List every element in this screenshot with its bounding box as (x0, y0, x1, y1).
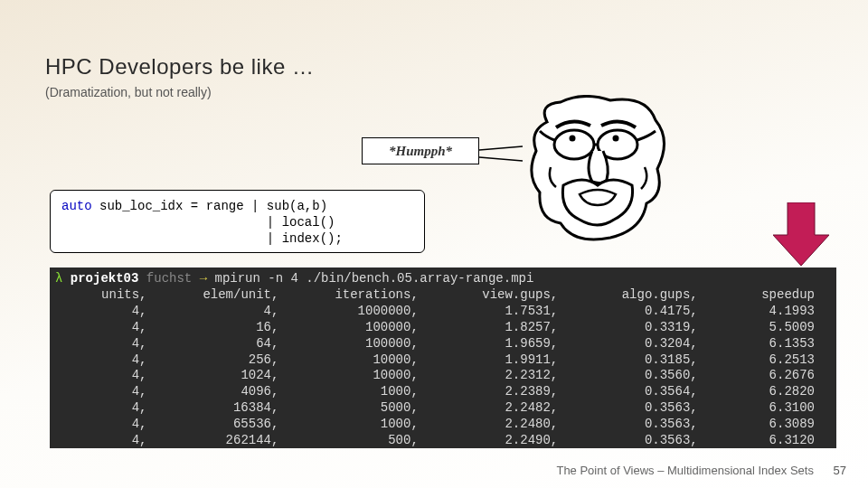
table-header-row: units,elem/unit,iterations,view.gups,alg… (55, 287, 831, 304)
table-cell: 4, (55, 400, 156, 417)
table-cell: 0.3564, (567, 384, 706, 400)
prompt-command: mpirun -n 4 ./bin/bench.05.array-range.m… (207, 271, 533, 286)
svg-point-2 (570, 136, 576, 142)
table-cell: 1024, (156, 368, 288, 384)
speech-bubble: *Humpph* (362, 137, 479, 164)
table-header-cell: view.gups, (428, 287, 567, 304)
table-cell: 1.7531, (428, 304, 567, 320)
table-row: 4,1024,10000,2.2312,0.3560,6.2676 (55, 368, 831, 384)
table-row: 4,262144,500,2.2490,0.3563,6.3120 (55, 433, 831, 448)
table-row: 4,64,100000,1.9659,0.3204,6.1353 (55, 336, 831, 352)
footer-text: The Point of Views – Multidimensional In… (556, 464, 813, 477)
table-cell: 4, (55, 433, 156, 448)
table-cell: 1.8257, (428, 320, 567, 336)
table-cell: 4.1993 (707, 304, 831, 320)
table-cell: 6.3120 (707, 433, 831, 448)
prompt-lambda: λ (55, 271, 62, 286)
table-cell: 4, (55, 352, 156, 369)
grumpy-man-cartoon-icon (520, 95, 678, 258)
table-cell: 2.2490, (428, 433, 567, 448)
table-header-cell: algo.gups, (567, 287, 706, 304)
table-header-cell: units, (55, 287, 156, 304)
page-number: 57 (834, 464, 846, 477)
table-cell: 2.2480, (428, 417, 567, 433)
table-cell: 100000, (288, 320, 427, 336)
table-cell: 16, (156, 320, 288, 336)
table-cell: 10000, (288, 352, 427, 369)
table-cell: 4, (55, 320, 156, 336)
table-cell: 4, (55, 336, 156, 352)
table-cell: 4, (55, 368, 156, 384)
speech-bubble-tail-icon (479, 145, 524, 163)
terminal-prompt-line: λ projekt03 fuchst → mpirun -n 4 ./bin/b… (55, 271, 831, 287)
table-row: 4,16384,5000,2.2482,0.3563,6.3100 (55, 400, 831, 417)
table-cell: 6.3100 (707, 400, 831, 417)
table-cell: 100000, (288, 336, 427, 352)
down-arrow-icon (773, 202, 829, 266)
table-row: 4,16,100000,1.8257,0.3319,5.5009 (55, 320, 831, 336)
table-cell: 6.2676 (707, 368, 831, 384)
slide-footer: The Point of Views – Multidimensional In… (556, 464, 846, 477)
prompt-arrow-icon: → (200, 271, 207, 286)
table-row: 4,65536,1000,2.2480,0.3563,6.3089 (55, 417, 831, 433)
table-cell: 500, (288, 433, 427, 448)
table-cell: 10000, (288, 368, 427, 384)
table-cell: 4096, (156, 384, 288, 400)
code-line-1: sub_loc_idx = range | sub(a,b) (92, 199, 327, 213)
table-header-cell: speedup (707, 287, 831, 304)
table-cell: 262144, (156, 433, 288, 448)
table-cell: 16384, (156, 400, 288, 417)
table-cell: 0.3185, (567, 352, 706, 369)
table-cell: 1.9659, (428, 336, 567, 352)
svg-point-0 (554, 130, 594, 159)
code-line-2: | local() (61, 215, 335, 230)
table-cell: 0.3563, (567, 433, 706, 448)
table-cell: 4, (55, 384, 156, 400)
prompt-dir: fuchst (146, 271, 192, 286)
table-cell: 0.3560, (567, 368, 706, 384)
table-cell: 65536, (156, 417, 288, 433)
table-cell: 4, (55, 304, 156, 320)
table-cell: 6.3089 (707, 417, 831, 433)
table-cell: 6.2513 (707, 352, 831, 369)
table-row: 4,256,10000,1.9911,0.3185,6.2513 (55, 352, 831, 369)
benchmark-table: units,elem/unit,iterations,view.gups,alg… (55, 287, 831, 448)
table-cell: 2.2389, (428, 384, 567, 400)
table-cell: 1000000, (288, 304, 427, 320)
svg-point-3 (613, 136, 619, 142)
slide-title: HPC Developers be like … (45, 54, 314, 80)
table-cell: 2.2482, (428, 400, 567, 417)
table-cell: 4, (55, 417, 156, 433)
table-cell: 1.9911, (428, 352, 567, 369)
code-line-3: | index(); (61, 231, 343, 246)
table-row: 4,4,1000000,1.7531,0.4175,4.1993 (55, 304, 831, 320)
table-cell: 5000, (288, 400, 427, 417)
table-cell: 5.5009 (707, 320, 831, 336)
table-cell: 64, (156, 336, 288, 352)
table-cell: 2.2312, (428, 368, 567, 384)
table-cell: 6.1353 (707, 336, 831, 352)
table-cell: 0.3563, (567, 417, 706, 433)
code-keyword: auto (61, 199, 92, 213)
table-cell: 0.3204, (567, 336, 706, 352)
table-header-cell: iterations, (288, 287, 427, 304)
table-cell: 4, (156, 304, 288, 320)
table-cell: 6.2820 (707, 384, 831, 400)
table-header-cell: elem/unit, (156, 287, 288, 304)
table-cell: 0.4175, (567, 304, 706, 320)
table-cell: 0.3563, (567, 400, 706, 417)
table-cell: 1000, (288, 384, 427, 400)
prompt-host: projekt03 (71, 271, 139, 286)
table-cell: 1000, (288, 417, 427, 433)
table-cell: 0.3319, (567, 320, 706, 336)
code-snippet-box: auto sub_loc_idx = range | sub(a,b) | lo… (50, 190, 425, 253)
slide-subtitle: (Dramatization, but not really) (45, 85, 212, 99)
table-cell: 256, (156, 352, 288, 369)
terminal-output: λ projekt03 fuchst → mpirun -n 4 ./bin/b… (50, 267, 836, 448)
table-row: 4,4096,1000,2.2389,0.3564,6.2820 (55, 384, 831, 400)
